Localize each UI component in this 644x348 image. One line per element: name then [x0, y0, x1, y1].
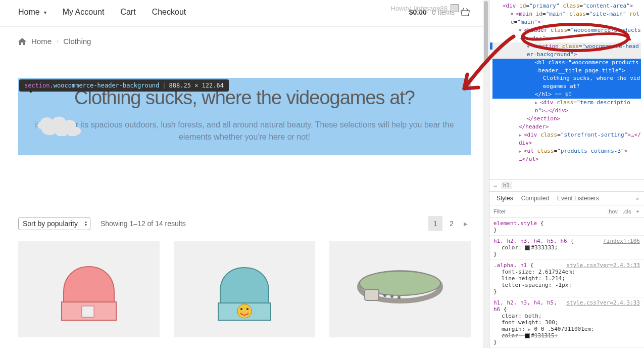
css-rule[interactable]: style.css?ver=2.4.3:33 .alpha, h1 { font…	[489, 260, 644, 297]
tab-event-listeners[interactable]: Event Listeners	[553, 192, 603, 205]
svg-point-3	[246, 308, 249, 310]
term-description: is known for its spacious outdoors, lush…	[33, 119, 456, 143]
product-card[interactable]	[329, 241, 471, 337]
svg-point-9	[398, 296, 401, 299]
css-rule[interactable]: element.style { }	[489, 218, 644, 236]
dom-node[interactable]: ▼<main id="main" class="site-main" role=…	[492, 10, 641, 26]
svg-point-7	[383, 294, 386, 297]
admin-bar-greeting[interactable]: Howdy, lightsage88	[391, 4, 459, 12]
dom-node[interactable]: </header>	[492, 123, 641, 131]
svg-point-8	[390, 295, 393, 298]
css-rule[interactable]: style.css?ver=2.4.3:33 h1, h2, h3, h4, h…	[489, 297, 644, 348]
rule-source-link[interactable]: style.css?ver=2.4.3:33	[566, 299, 640, 306]
tooltip-dimensions: 888.25 × 122.64	[169, 82, 224, 89]
pagination: 1 2 ▶	[428, 216, 471, 231]
styles-pane[interactable]: element.style { } (index):106 h1, h2, h3…	[489, 218, 644, 348]
breadcrumb: Home › Clothing	[0, 27, 489, 56]
breadcrumb-home[interactable]: Home	[31, 37, 52, 46]
nav-home[interactable]: Home▾	[18, 8, 46, 17]
dom-node[interactable]: ▶<ul class="products columns-3">	[492, 147, 641, 155]
svg-point-1	[237, 304, 252, 318]
belt-icon	[355, 259, 445, 320]
hov-toggle[interactable]: :hov	[606, 207, 619, 215]
product-grid	[0, 241, 489, 337]
new-rule-button[interactable]: +	[635, 207, 641, 215]
tabs-more-icon[interactable]: »	[633, 193, 641, 204]
beanie-pink-icon	[54, 251, 124, 327]
styles-tabs: Styles Computed Event Listeners »	[489, 191, 644, 205]
dom-node[interactable]: <div id="primary" class="content-area">	[492, 2, 641, 10]
inspector-tooltip: section.woocommerce-header-background|88…	[19, 79, 229, 92]
howdy-text: Howdy, lightsage88	[391, 5, 448, 12]
dom-node-selected-section[interactable]: ▼<section class="woocommerce-header-back…	[492, 42, 641, 59]
page-1[interactable]: 1	[428, 216, 442, 231]
page-scrollbar[interactable]	[483, 0, 489, 348]
styles-filter-row: :hov .cls +	[489, 205, 644, 218]
nav-my-account[interactable]: My Account	[63, 8, 105, 17]
page-2[interactable]: 2	[444, 216, 459, 231]
next-page-icon[interactable]: ▶	[461, 221, 471, 227]
home-icon	[18, 38, 26, 45]
user-avatar-icon	[451, 4, 459, 12]
beanie-teal-icon	[209, 251, 280, 327]
orderby-select[interactable]: Sort by popularity ▴▾	[18, 217, 90, 230]
svg-point-2	[240, 308, 242, 310]
basket-icon	[460, 7, 471, 17]
nav-checkout[interactable]: Checkout	[152, 8, 186, 17]
select-arrows-icon: ▴▾	[85, 221, 87, 227]
elements-tree[interactable]: <div id="primary" class="content-area"> …	[489, 0, 644, 179]
storefront-sorting: Sort by popularity ▴▾ Showing 1–12 of 14…	[18, 216, 471, 231]
svg-rect-0	[82, 306, 94, 317]
dom-node[interactable]: ▼<header class="woocommerce-products-hea…	[492, 26, 641, 42]
page-content: Howdy, lightsage88 Home▾ My Account Cart…	[0, 0, 489, 348]
cloud-smudge-icon	[36, 114, 117, 136]
svg-rect-6	[365, 289, 379, 300]
dom-node[interactable]: …</ul>	[492, 155, 641, 163]
chevron-down-icon: ▾	[44, 10, 46, 15]
result-count: Showing 1–12 of 14 results	[101, 220, 186, 228]
breadcrumb-trail[interactable]: … h1	[489, 179, 644, 191]
tooltip-tag: section	[24, 82, 50, 89]
crumb-current[interactable]: h1	[501, 182, 512, 189]
css-rule[interactable]: (index):106 h1, h2, h3, h4, h5, h6 { col…	[489, 236, 644, 260]
styles-filter-input[interactable]	[489, 205, 603, 218]
rule-source-link[interactable]: (index):106	[603, 238, 640, 244]
devtools-panel: <div id="primary" class="content-area"> …	[489, 0, 644, 348]
breadcrumb-separator-icon: ›	[57, 38, 58, 44]
tab-styles[interactable]: Styles	[492, 192, 517, 205]
rule-source-link[interactable]: style.css?ver=2.4.3:33	[566, 262, 640, 269]
nav-cart[interactable]: Cart	[120, 8, 135, 17]
dom-node[interactable]: ▶<div class="storefront-sorting">…</div>	[492, 131, 641, 147]
tab-computed[interactable]: Computed	[517, 192, 553, 205]
dom-highlight-block[interactable]: <h1 class="woocommerce-products-header__…	[492, 59, 641, 99]
cls-toggle[interactable]: .cls	[621, 207, 633, 215]
dom-node[interactable]: ▶<div class="term-description">…</div>	[492, 99, 641, 115]
crumb-ellipsis[interactable]: …	[493, 182, 497, 189]
tooltip-class: .woocommerce-header-background	[50, 82, 160, 89]
dom-node[interactable]: </section>	[492, 115, 641, 123]
product-card[interactable]	[18, 241, 160, 337]
product-card[interactable]	[174, 241, 315, 337]
breadcrumb-current: Clothing	[63, 37, 91, 46]
nav-links: Home▾ My Account Cart Checkout	[18, 8, 186, 17]
